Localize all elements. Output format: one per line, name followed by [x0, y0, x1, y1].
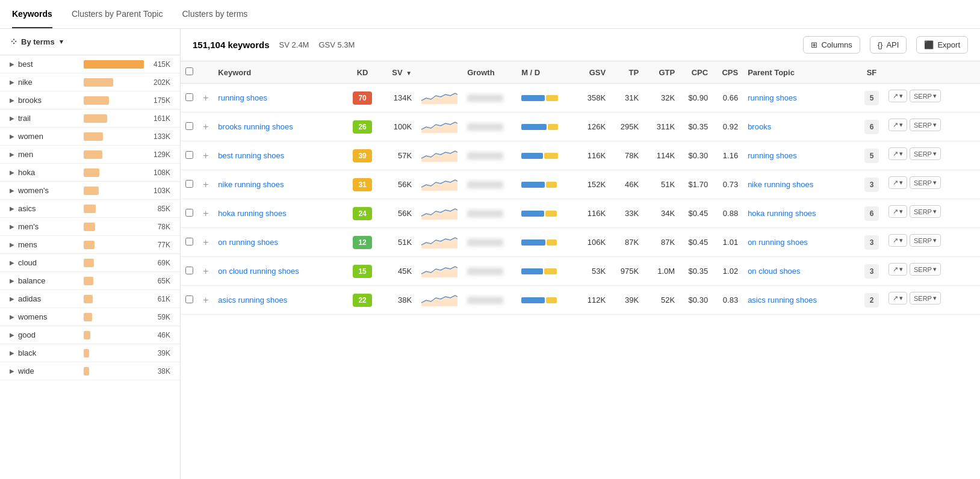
serp-button[interactable]: SERP ▾ — [910, 263, 941, 276]
sidebar-item[interactable]: ▶men's78K — [0, 218, 180, 236]
row-checkbox[interactable] — [185, 93, 193, 101]
th-growth[interactable]: Growth — [462, 61, 516, 84]
trend-button[interactable]: ↗▾ — [889, 292, 907, 304]
parent-topic-link[interactable]: running shoes — [748, 151, 797, 160]
serp-button[interactable]: SERP ▾ — [910, 205, 941, 218]
sidebar-item[interactable]: ▶black39K — [0, 344, 180, 362]
sidebar-item[interactable]: ▶mens77K — [0, 236, 180, 254]
add-keyword-icon[interactable]: + — [203, 266, 208, 276]
sidebar-item[interactable]: ▶hoka108K — [0, 164, 180, 182]
trend-button[interactable]: ↗▾ — [889, 205, 907, 218]
parent-topic-link[interactable]: brooks — [748, 122, 771, 131]
sidebar-item[interactable]: ▶good46K — [0, 326, 180, 344]
sidebar-item[interactable]: ▶women's103K — [0, 182, 180, 200]
keyword-link[interactable]: nike running shoes — [218, 180, 284, 189]
keyword-link[interactable]: on cloud running shoes — [218, 267, 299, 276]
th-sf[interactable]: SF — [860, 61, 884, 84]
add-keyword-icon[interactable]: + — [203, 237, 208, 247]
sidebar-item[interactable]: ▶asics85K — [0, 200, 180, 218]
row-checkbox[interactable] — [185, 209, 193, 217]
sv-cell: 56K — [377, 170, 417, 199]
th-md[interactable]: M / D — [516, 61, 571, 84]
trend-button[interactable]: ↗▾ — [889, 234, 907, 247]
sidebar-item[interactable]: ▶best415K — [0, 55, 180, 73]
trend-button[interactable]: ↗▾ — [889, 147, 907, 160]
sidebar-item[interactable]: ▶cloud69K — [0, 254, 180, 272]
keyword-link[interactable]: on running shoes — [218, 238, 278, 247]
trend-button[interactable]: ↗▾ — [889, 176, 907, 189]
keyword-cell: on cloud running shoes — [213, 257, 347, 286]
add-keyword-icon[interactable]: + — [203, 122, 208, 132]
columns-button[interactable]: ⊞ Columns — [803, 36, 860, 54]
keyword-link[interactable]: asics running shoes — [218, 295, 287, 304]
select-all-checkbox[interactable] — [185, 67, 193, 75]
th-cps[interactable]: CPS — [713, 61, 743, 84]
trend-button[interactable]: ↗▾ — [889, 263, 907, 276]
th-parent[interactable]: Parent Topic — [743, 61, 860, 84]
export-button[interactable]: ⬛ Export — [916, 36, 968, 54]
sidebar-item[interactable]: ▶balance65K — [0, 272, 180, 290]
api-button[interactable]: {} API — [870, 36, 907, 54]
sidebar-item[interactable]: ▶nike202K — [0, 73, 180, 91]
parent-topic-link[interactable]: hoka running shoes — [748, 209, 816, 218]
serp-button[interactable]: SERP ▾ — [910, 90, 941, 102]
sidebar-item[interactable]: ▶womens59K — [0, 308, 180, 326]
sidebar-item[interactable]: ▶adidas61K — [0, 290, 180, 308]
th-gsv[interactable]: GSV — [571, 61, 610, 84]
sidebar-item[interactable]: ▶trail161K — [0, 110, 180, 128]
add-keyword-icon[interactable]: + — [203, 295, 208, 305]
trend-button[interactable]: ↗▾ — [889, 90, 907, 102]
sidebar-item[interactable]: ▶women133K — [0, 128, 180, 146]
serp-button[interactable]: SERP ▾ — [910, 147, 941, 160]
keyword-cell: hoka running shoes — [213, 199, 347, 228]
sidebar-bar-container — [84, 168, 144, 177]
sidebar-item[interactable]: ▶brooks175K — [0, 91, 180, 110]
trend-button[interactable]: ↗▾ — [889, 119, 907, 131]
th-kd[interactable]: KD — [347, 61, 377, 84]
row-checkbox-cell — [181, 170, 198, 199]
row-checkbox[interactable] — [185, 295, 193, 303]
serp-button[interactable]: SERP ▾ — [910, 234, 941, 247]
parent-topic-link[interactable]: running shoes — [748, 93, 797, 102]
add-keyword-icon[interactable]: + — [203, 208, 208, 218]
row-checkbox[interactable] — [185, 122, 193, 130]
keyword-link[interactable]: hoka running shoes — [218, 209, 286, 218]
columns-label: Columns — [821, 40, 852, 49]
sidebar-item-count: 65K — [149, 277, 170, 285]
th-sv[interactable]: SV ▼ — [377, 61, 417, 84]
th-gtp[interactable]: GTP — [644, 61, 680, 84]
add-keyword-icon[interactable]: + — [203, 150, 208, 161]
sidebar-bar-container — [84, 313, 144, 321]
tab-keywords[interactable]: Keywords — [12, 1, 52, 28]
sidebar-item[interactable]: ▶men129K — [0, 146, 180, 164]
th-keyword[interactable]: Keyword — [213, 61, 347, 84]
keyword-link[interactable]: running shoes — [218, 93, 267, 102]
parent-topic-link[interactable]: on cloud shoes — [748, 267, 800, 276]
serp-button[interactable]: SERP ▾ — [910, 292, 941, 304]
keyword-link[interactable]: best running shoes — [218, 151, 284, 160]
tab-clusters-parent[interactable]: Clusters by Parent Topic — [72, 1, 163, 28]
sidebar-item[interactable]: ▶wide38K — [0, 362, 180, 380]
parent-topic-link[interactable]: asics running shoes — [748, 295, 817, 304]
parent-topic-link[interactable]: nike running shoes — [748, 180, 813, 189]
sf-badge: 3 — [864, 178, 879, 192]
add-keyword-icon[interactable]: + — [203, 93, 208, 103]
cpc-cell: $1.70 — [680, 170, 713, 199]
row-checkbox[interactable] — [185, 267, 193, 274]
keyword-link[interactable]: brooks running shoes — [218, 122, 293, 131]
row-checkbox[interactable] — [185, 238, 193, 246]
select-all-header[interactable] — [181, 61, 198, 84]
parent-topic-link[interactable]: on running shoes — [748, 238, 808, 247]
row-checkbox[interactable] — [185, 151, 193, 159]
serp-button[interactable]: SERP ▾ — [910, 119, 941, 131]
th-tp[interactable]: TP — [610, 61, 644, 84]
sidebar-filter-header[interactable]: ⁘ By terms ▾ — [0, 29, 180, 55]
serp-button[interactable]: SERP ▾ — [910, 176, 941, 189]
th-cpc[interactable]: CPC — [680, 61, 713, 84]
row-checkbox[interactable] — [185, 180, 193, 188]
md-cell — [516, 84, 571, 113]
cpc-cell: $0.35 — [680, 113, 713, 141]
tab-clusters-terms[interactable]: Clusters by terms — [182, 1, 247, 28]
add-keyword-icon[interactable]: + — [203, 179, 208, 190]
parent-topic-cell: asics running shoes — [743, 286, 860, 315]
